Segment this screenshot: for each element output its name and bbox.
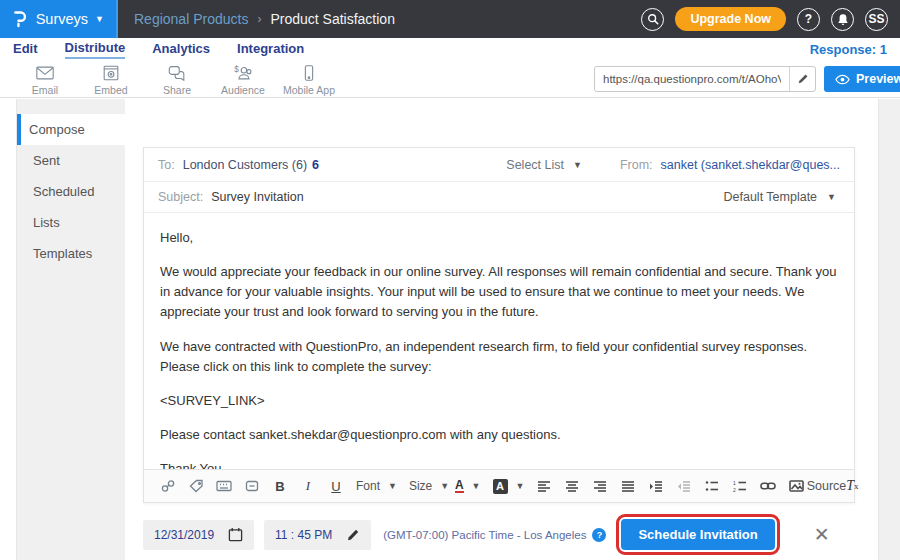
link-icon xyxy=(760,481,776,491)
font-dropdown-label: Font xyxy=(356,479,380,493)
search-icon xyxy=(647,13,659,25)
schedule-controls: 12/31/2019 11 : 45 PM (GMT-07:00) Pacifi… xyxy=(143,514,830,555)
insert-button-button[interactable] xyxy=(244,477,260,495)
embed-icon xyxy=(101,64,121,82)
breadcrumb-current: Product Satisfaction xyxy=(270,11,395,27)
channel-audience-label: Audience xyxy=(221,84,265,96)
bullet-list-button[interactable] xyxy=(704,477,720,495)
insert-hyperlink-button[interactable] xyxy=(760,477,776,495)
header-actions: Upgrade Now ? SS xyxy=(641,7,900,31)
insert-tag-button[interactable] xyxy=(188,477,204,495)
button-widget-icon xyxy=(245,480,259,492)
right-gutter xyxy=(878,99,900,560)
remove-format-button[interactable]: Tx xyxy=(844,477,860,495)
numbered-list-button[interactable]: 1 2 xyxy=(732,477,748,495)
survey-url-input[interactable] xyxy=(595,73,789,85)
chevron-down-icon: ▼ xyxy=(827,192,836,202)
bold-button[interactable]: B xyxy=(272,477,288,495)
channel-email-label: Email xyxy=(32,84,58,96)
channel-embed-label: Embed xyxy=(94,84,127,96)
chevron-down-icon: ▼ xyxy=(516,481,525,491)
compose-panel: To: London Customers (6) 6 Select List ▼… xyxy=(143,147,855,503)
sidebar-item-scheduled[interactable]: Scheduled xyxy=(17,176,125,207)
increase-indent-button[interactable] xyxy=(648,477,664,495)
channel-mobile-app[interactable]: Mobile App xyxy=(276,64,342,96)
channel-email[interactable]: Email xyxy=(12,64,78,96)
help-button[interactable]: ? xyxy=(797,8,820,31)
sidebar-item-lists[interactable]: Lists xyxy=(17,207,125,238)
preview-button[interactable]: Preview xyxy=(824,66,900,92)
channel-share[interactable]: Share xyxy=(144,64,210,96)
recipients-row: To: London Customers (6) 6 Select List ▼… xyxy=(144,148,854,182)
underline-button[interactable]: U xyxy=(328,477,344,495)
view-source-button[interactable]: Source xyxy=(816,477,832,495)
subject-value[interactable]: Survey Invitation xyxy=(211,190,303,204)
channel-share-label: Share xyxy=(163,84,191,96)
justify-icon xyxy=(621,480,635,492)
italic-button[interactable]: I xyxy=(300,477,316,495)
body-paragraph: Thank You xyxy=(160,459,838,469)
editor-toolbar: B I U Font ▼ Size ▼ A ▼ A ▼ xyxy=(144,469,854,502)
survey-url-field xyxy=(594,66,816,92)
tab-integration[interactable]: Integration xyxy=(237,41,304,58)
font-family-dropdown[interactable]: Font ▼ xyxy=(356,479,397,493)
search-button[interactable] xyxy=(641,8,664,31)
time-value: 11 : 45 PM xyxy=(275,528,332,542)
sidebar-item-sent[interactable]: Sent xyxy=(17,145,125,176)
template-dropdown[interactable]: Default Template ▼ xyxy=(724,190,837,204)
response-count-link[interactable]: Response: 1 xyxy=(810,42,887,57)
user-avatar[interactable]: SS xyxy=(865,8,888,31)
svg-text:2: 2 xyxy=(733,487,736,493)
background-color-label: A xyxy=(493,479,508,494)
chevron-down-icon: ▼ xyxy=(573,160,582,170)
breadcrumb-parent[interactable]: Regional Products xyxy=(134,11,248,27)
email-body-editor[interactable]: Hello, We would appreciate your feedback… xyxy=(144,213,854,469)
template-label: Default Template xyxy=(724,190,818,204)
decrease-indent-button[interactable] xyxy=(676,477,692,495)
text-color-button[interactable]: A ▼ xyxy=(455,479,481,493)
tag-icon xyxy=(189,479,204,493)
sidebar-item-templates[interactable]: Templates xyxy=(17,238,125,269)
font-size-dropdown[interactable]: Size ▼ xyxy=(409,479,443,493)
timezone-info: (GMT-07:00) Pacific Time - Los Angeles ? xyxy=(383,528,606,542)
channel-audience[interactable]: $ Audience xyxy=(210,64,276,96)
upgrade-now-button[interactable]: Upgrade Now xyxy=(675,7,786,31)
app-logo-menu[interactable]: Surveys ▼ xyxy=(0,0,118,38)
body-paragraph: Please contact sanket.shekdar@questionpr… xyxy=(160,425,838,445)
insert-link-token-button[interactable] xyxy=(160,477,176,495)
from-label: From: xyxy=(620,158,653,172)
distribute-sidebar: Compose Sent Scheduled Lists Templates xyxy=(16,99,125,560)
chain-link-icon xyxy=(160,479,176,493)
chevron-down-icon: ▼ xyxy=(440,481,449,491)
keyboard-icon xyxy=(216,480,232,492)
tab-edit[interactable]: Edit xyxy=(13,41,38,58)
timezone-label: (GMT-07:00) Pacific Time - Los Angeles xyxy=(383,529,586,541)
align-center-icon xyxy=(565,480,579,492)
date-picker[interactable]: 12/31/2019 xyxy=(143,520,254,550)
subject-row: Subject: Survey Invitation Default Templ… xyxy=(144,182,854,213)
recipient-count[interactable]: 6 xyxy=(312,158,319,172)
schedule-invitation-button[interactable]: Schedule Invitation xyxy=(621,519,774,550)
align-center-button[interactable] xyxy=(564,477,580,495)
subject-label: Subject: xyxy=(158,190,203,204)
tab-analytics[interactable]: Analytics xyxy=(152,41,210,58)
insert-field-button[interactable] xyxy=(216,477,232,495)
align-left-button[interactable] xyxy=(536,477,552,495)
edit-url-button[interactable] xyxy=(789,67,815,91)
close-icon[interactable]: ✕ xyxy=(814,525,830,544)
timezone-help-icon[interactable]: ? xyxy=(592,528,606,542)
background-color-button[interactable]: A ▼ xyxy=(493,479,525,494)
insert-image-button[interactable] xyxy=(788,477,804,495)
align-right-button[interactable] xyxy=(592,477,608,495)
body-paragraph: <SURVEY_LINK> xyxy=(160,391,838,411)
sidebar-item-compose[interactable]: Compose xyxy=(17,114,125,145)
channel-embed[interactable]: Embed xyxy=(78,64,144,96)
chevron-down-icon: ▼ xyxy=(95,14,104,24)
select-list-dropdown[interactable]: Select List ▼ xyxy=(506,158,582,172)
justify-button[interactable] xyxy=(620,477,636,495)
tab-distribute[interactable]: Distribute xyxy=(65,40,126,59)
from-value[interactable]: sanket (sanket.shekdar@ques... xyxy=(661,158,840,172)
calendar-icon xyxy=(228,527,243,542)
time-picker[interactable]: 11 : 45 PM xyxy=(264,520,371,550)
notifications-button[interactable] xyxy=(831,8,854,31)
